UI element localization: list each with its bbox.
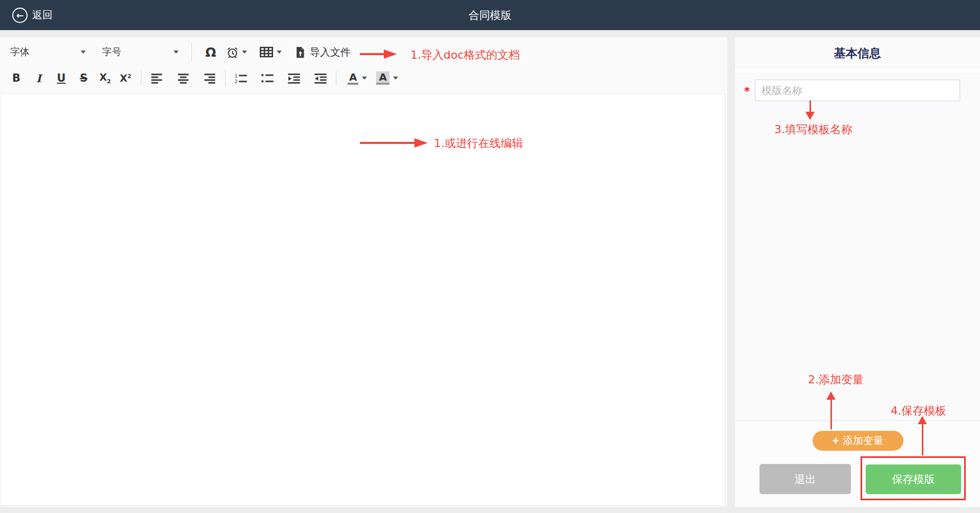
required-asterisk: * [744,85,750,97]
import-file-label: 导入文件 [310,45,351,59]
align-center-button[interactable] [173,69,193,87]
save-template-button[interactable]: 保存模版 [866,465,961,494]
align-left-button[interactable] [146,69,167,87]
superscript-icon: X2 [120,72,131,84]
toolbar-divider [336,70,336,86]
annotation-arrow-up [826,392,836,429]
annotation-import-doc: 1.导入doc格式的文档 [410,47,520,63]
alarm-clock-icon [226,46,239,59]
annotation-add-variable: 2.添加变量 [808,372,864,387]
add-variable-button[interactable]: + 添加变量 [813,431,903,451]
page-title: 合同模版 [0,8,980,22]
ordered-list-icon: 1 2 [234,73,248,84]
add-variable-label: 添加变量 [843,434,884,448]
strikethrough-button[interactable]: S [72,69,95,87]
editor-panel: 字体 字号 Ω [0,37,727,507]
ordered-list-button[interactable]: 1 2 [231,69,251,87]
subscript-button[interactable]: X2 [95,69,115,87]
strikethrough-icon: S [80,72,87,84]
toolbar-divider [141,70,141,86]
unordered-list-icon [261,73,274,84]
align-right-button[interactable] [200,69,220,87]
align-right-icon [204,73,216,84]
template-name-input[interactable] [755,80,960,101]
toolbar-divider [191,43,192,61]
annotation-arrow-right [360,138,428,148]
plus-icon: + [832,435,839,447]
toolbar-row-2: B I U S X2 X2 [0,64,727,92]
font-family-label: 字体 [10,45,30,59]
bold-button[interactable]: B [5,69,28,87]
annotation-arrow-down [805,101,815,120]
subscript-icon: X2 [100,71,111,85]
top-bar: 合同模版 ← 返回 [0,0,980,30]
chevron-down-icon [393,77,398,80]
table-icon [259,46,274,58]
toolbar-divider [225,70,226,86]
chevron-down-icon [277,51,282,54]
import-file-icon [295,46,305,58]
font-color-icon: A [348,72,358,85]
annotation-fill-template-name: 3.填写模板名称 [774,122,852,137]
table-dropdown-button[interactable] [259,46,282,58]
exit-button[interactable]: 退出 [760,464,851,494]
svg-text:1: 1 [235,73,238,78]
annotation-arrow-right [360,50,397,59]
background-color-icon: A [376,71,389,85]
annotation-online-edit: 1.或进行在线编辑 [434,136,523,151]
underline-button[interactable]: U [50,69,72,87]
italic-button[interactable]: I [28,69,50,87]
align-left-icon [151,73,163,84]
indent-button[interactable] [284,69,304,87]
italic-icon: I [36,72,41,85]
outdent-button[interactable] [310,69,331,87]
bold-icon: B [12,72,20,84]
special-char-button[interactable]: Ω [201,43,221,61]
indent-icon [287,73,301,84]
font-size-select[interactable]: 字号 [99,43,184,61]
annotation-arrow-up [918,416,927,455]
chevron-down-icon [242,51,247,54]
chevron-down-icon [362,77,367,80]
basic-info-panel: 基本信息 * + 添加变量 退出 保存模版 [735,37,980,507]
panel-separator [735,69,980,73]
outdent-icon [314,73,327,84]
underline-icon: U [57,72,65,84]
template-name-row: * [735,80,980,102]
superscript-button[interactable]: X2 [115,69,136,87]
timer-dropdown-button[interactable] [226,46,247,59]
omega-icon: Ω [205,45,216,60]
background-color-button[interactable]: A [376,71,398,85]
editor-content-area[interactable] [0,93,725,506]
font-size-label: 字号 [102,45,121,59]
info-panel-footer: + 添加变量 退出 保存模版 [735,420,980,507]
info-panel-title: 基本信息 [834,45,881,61]
info-panel-header: 基本信息 [735,37,980,69]
font-family-select[interactable]: 字体 [7,43,91,61]
chevron-down-icon [81,51,86,54]
align-center-icon [177,73,189,84]
font-color-button[interactable]: A [348,72,367,85]
svg-text:2: 2 [235,79,238,84]
unordered-list-button[interactable] [257,69,278,87]
import-file-button[interactable]: 导入文件 [295,45,351,59]
chevron-down-icon [174,51,179,54]
